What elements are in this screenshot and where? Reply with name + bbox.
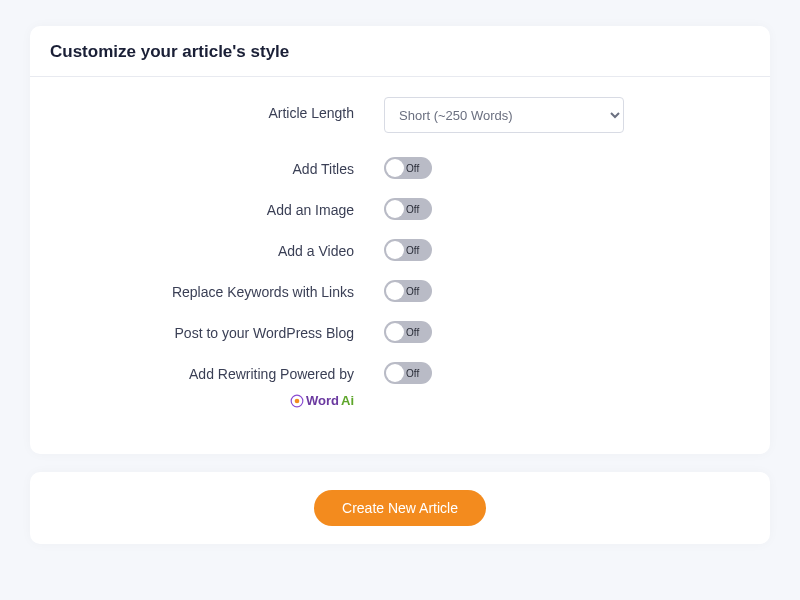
article-length-select[interactable]: Short (~250 Words) [384, 97, 624, 133]
row-add-titles: Add Titles Off [50, 153, 750, 180]
row-add-image: Add an Image Off [50, 194, 750, 221]
label-add-video: Add a Video [50, 235, 384, 262]
card-header: Customize your article's style [30, 26, 770, 77]
toggle-state: Off [406, 327, 419, 338]
toggle-replace-keywords[interactable]: Off [384, 280, 432, 302]
toggle-knob [386, 323, 404, 341]
toggle-knob [386, 159, 404, 177]
toggle-knob [386, 364, 404, 382]
toggle-state: Off [406, 204, 419, 215]
toggle-state: Off [406, 245, 419, 256]
label-rewriting: Add Rewriting Powered by WordAi [50, 358, 384, 414]
wordai-icon [290, 394, 304, 408]
row-rewriting: Add Rewriting Powered by WordAi Off [50, 358, 750, 414]
toggle-knob [386, 282, 404, 300]
label-replace-keywords: Replace Keywords with Links [50, 276, 384, 303]
label-add-titles: Add Titles [50, 153, 384, 180]
label-article-length: Article Length [50, 97, 384, 124]
card-title: Customize your article's style [50, 42, 750, 62]
wordai-ai: Ai [341, 391, 354, 411]
label-post-wordpress: Post to your WordPress Blog [50, 317, 384, 344]
card-body: Article Length Short (~250 Words) Add Ti… [30, 77, 770, 454]
row-add-video: Add a Video Off [50, 235, 750, 262]
toggle-state: Off [406, 286, 419, 297]
toggle-add-image[interactable]: Off [384, 198, 432, 220]
wordai-logo: WordAi [290, 391, 354, 411]
row-article-length: Article Length Short (~250 Words) [50, 97, 750, 133]
toggle-knob [386, 241, 404, 259]
row-replace-keywords: Replace Keywords with Links Off [50, 276, 750, 303]
customize-style-card: Customize your article's style Article L… [30, 26, 770, 454]
toggle-state: Off [406, 163, 419, 174]
svg-point-1 [295, 398, 300, 403]
toggle-state: Off [406, 368, 419, 379]
action-card: Create New Article [30, 472, 770, 544]
toggle-add-titles[interactable]: Off [384, 157, 432, 179]
create-new-article-button[interactable]: Create New Article [314, 490, 486, 526]
toggle-add-video[interactable]: Off [384, 239, 432, 261]
toggle-rewriting[interactable]: Off [384, 362, 432, 384]
wordai-word: Word [306, 391, 339, 411]
label-rewriting-text: Add Rewriting Powered by [189, 366, 354, 382]
toggle-knob [386, 200, 404, 218]
toggle-post-wordpress[interactable]: Off [384, 321, 432, 343]
row-post-wordpress: Post to your WordPress Blog Off [50, 317, 750, 344]
label-add-image: Add an Image [50, 194, 384, 221]
